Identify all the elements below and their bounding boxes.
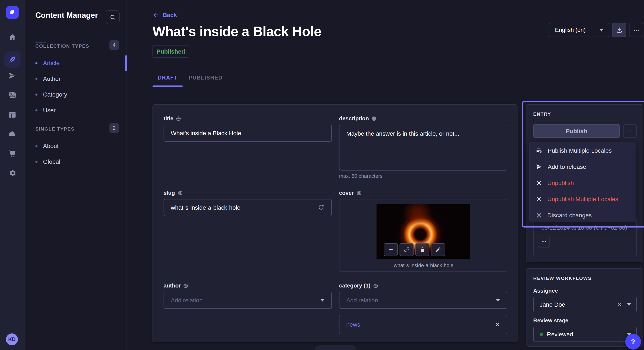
status-badge-label: Published bbox=[156, 48, 185, 55]
sidebar-item-author[interactable]: Author bbox=[35, 74, 120, 84]
entry-more-button[interactable] bbox=[623, 124, 637, 138]
subnav-scrollbar-thumb[interactable] bbox=[125, 55, 127, 71]
delete-media-button[interactable] bbox=[415, 243, 429, 256]
chevron-down-icon bbox=[496, 299, 500, 302]
active-tab-underline bbox=[152, 85, 183, 87]
sidebar-item-label: Author bbox=[43, 75, 61, 82]
media-library-icon[interactable] bbox=[7, 90, 18, 100]
author-relation-select[interactable]: Add relation bbox=[164, 292, 332, 309]
slug-label-text: slug bbox=[164, 190, 175, 196]
sidebar-item-about[interactable]: About bbox=[35, 141, 120, 151]
strapi-app: KD Content Manager COLLECTION TYPES 4 Ar… bbox=[0, 0, 644, 350]
sidebar-item-article[interactable]: Article bbox=[35, 58, 120, 68]
tab-published[interactable]: PUBLISHED bbox=[189, 75, 219, 81]
menu-item-unpublish-multiple-locales[interactable]: Unpublish Multiple Locales bbox=[530, 191, 635, 207]
clear-assignee-icon[interactable] bbox=[617, 302, 622, 307]
back-label: Back bbox=[163, 11, 177, 18]
bullet-icon bbox=[35, 93, 38, 95]
scheduled-more-button[interactable] bbox=[538, 236, 550, 247]
collection-types-count: 4 bbox=[110, 40, 119, 50]
cloud-icon[interactable] bbox=[7, 129, 18, 139]
assignee-select[interactable]: Jane Doe bbox=[533, 297, 637, 312]
assignee-value: Jane Doe bbox=[540, 301, 565, 308]
cover-label-text: cover bbox=[339, 190, 354, 196]
entry-heading: ENTRY bbox=[533, 111, 551, 117]
slug-input[interactable]: what-s-inside-a-black-hole bbox=[164, 199, 332, 216]
menu-item-publish-multiple-locales[interactable]: Publish Multiple Locales bbox=[530, 143, 635, 159]
menu-item-add-to-release[interactable]: Add to release bbox=[530, 159, 635, 175]
download-icon bbox=[616, 26, 622, 33]
description-textarea-value: Maybe the answer is in this article, or … bbox=[346, 130, 459, 137]
cover-filename: what-s-inside-a-black-hole bbox=[340, 262, 508, 268]
locale-select-value: English (en) bbox=[555, 27, 586, 33]
cover-media-box: what-s-inside-a-black-hole bbox=[339, 199, 507, 272]
sidebar-item-global[interactable]: Global bbox=[35, 157, 120, 167]
review-stage-select[interactable]: Reviewed bbox=[533, 327, 637, 342]
screen: KD Content Manager COLLECTION TYPES 4 Ar… bbox=[0, 0, 644, 350]
arrow-left-icon bbox=[152, 11, 159, 18]
regenerate-icon[interactable] bbox=[318, 204, 324, 211]
description-field-label: description bbox=[339, 115, 376, 122]
category-relation-select[interactable]: Add relation bbox=[339, 292, 507, 309]
edit-media-button[interactable] bbox=[431, 243, 445, 256]
bullet-icon bbox=[35, 161, 38, 163]
link-icon bbox=[404, 247, 410, 253]
chevron-down-icon bbox=[599, 29, 604, 31]
add-media-button[interactable] bbox=[384, 243, 398, 256]
remove-tag-icon[interactable] bbox=[495, 322, 500, 327]
copy-link-button[interactable] bbox=[400, 243, 414, 256]
menu-item-discard-changes[interactable]: Discard changes bbox=[530, 207, 635, 223]
avatar-initials: KD bbox=[8, 336, 16, 342]
category-label-text: category (1) bbox=[339, 282, 370, 289]
tab-draft[interactable]: DRAFT bbox=[152, 75, 183, 81]
help-button[interactable]: ? bbox=[625, 334, 641, 350]
locale-select[interactable]: English (en) bbox=[548, 23, 609, 37]
layout-icon[interactable] bbox=[7, 110, 18, 120]
nav-item-content-manager[interactable] bbox=[4, 51, 20, 68]
cart-icon[interactable] bbox=[7, 149, 18, 159]
paper-plane-icon[interactable] bbox=[7, 71, 18, 81]
menu-item-label: Add to release bbox=[548, 163, 586, 170]
title-input[interactable]: What's inside a Black Hole bbox=[164, 125, 332, 142]
sidebar-item-user[interactable]: User bbox=[35, 105, 120, 115]
collection-types-heading: COLLECTION TYPES bbox=[35, 43, 89, 48]
globe-icon bbox=[356, 190, 362, 195]
pencil-icon bbox=[435, 247, 441, 253]
subnav-divider bbox=[35, 42, 46, 42]
bullet-icon bbox=[35, 145, 38, 147]
category-tag-news[interactable]: news bbox=[339, 315, 507, 334]
tab-draft-label: DRAFT bbox=[158, 75, 178, 81]
search-icon bbox=[109, 14, 116, 21]
subnav: Content Manager COLLECTION TYPES 4 Artic… bbox=[25, 0, 127, 350]
single-types-heading: SINGLE TYPES bbox=[35, 126, 74, 131]
sidebar-item-label: User bbox=[43, 107, 56, 114]
publish-button[interactable]: Publish bbox=[533, 124, 620, 138]
more-horizontal-icon bbox=[626, 128, 633, 134]
bullet-icon bbox=[35, 62, 38, 64]
chevron-down-icon bbox=[627, 303, 631, 306]
paper-plane-icon bbox=[536, 163, 543, 170]
globe-icon bbox=[373, 283, 378, 288]
search-button[interactable] bbox=[106, 10, 120, 24]
subnav-title: Content Manager bbox=[35, 11, 98, 20]
main-nav: KD bbox=[0, 0, 25, 350]
gear-icon[interactable] bbox=[7, 168, 18, 178]
sidebar-item-category[interactable]: Category bbox=[35, 89, 120, 100]
more-horizontal-icon bbox=[541, 239, 547, 245]
cross-icon bbox=[536, 212, 542, 218]
export-button[interactable] bbox=[612, 23, 626, 37]
review-stage-value: Reviewed bbox=[547, 331, 573, 338]
back-link[interactable]: Back bbox=[152, 11, 177, 18]
home-icon[interactable] bbox=[7, 32, 18, 42]
review-workflows-heading: REVIEW WORKFLOWS bbox=[533, 276, 592, 281]
menu-item-unpublish[interactable]: Unpublish bbox=[530, 175, 635, 191]
menu-item-label: Unpublish bbox=[547, 179, 574, 186]
sidebar-item-label: Article bbox=[43, 59, 60, 66]
category-tag-label: news bbox=[346, 321, 360, 328]
description-textarea[interactable]: Maybe the answer is in this article, or … bbox=[339, 125, 507, 171]
strapi-logo[interactable] bbox=[6, 6, 19, 19]
header-more-button[interactable] bbox=[629, 23, 643, 37]
menu-item-label: Discard changes bbox=[547, 212, 592, 219]
more-horizontal-icon bbox=[633, 26, 640, 33]
avatar[interactable]: KD bbox=[6, 334, 18, 345]
